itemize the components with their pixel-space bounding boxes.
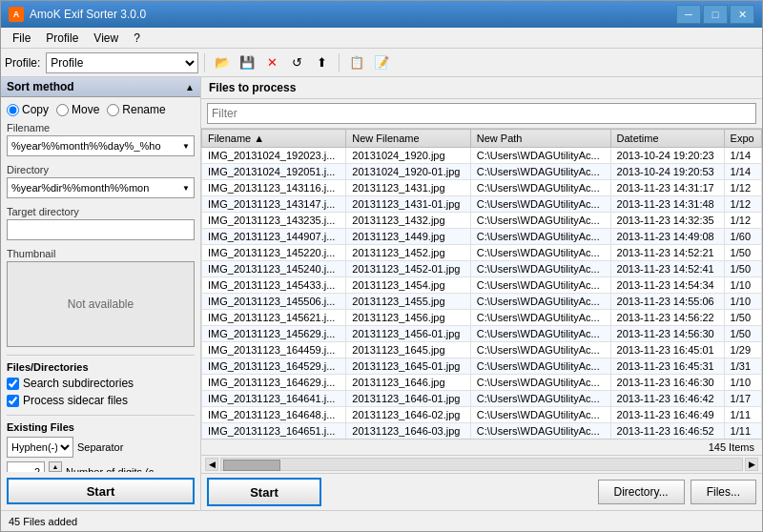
menu-view[interactable]: View xyxy=(86,30,126,47)
table-row[interactable]: IMG_20131123_164641.j...20131123_1646-01… xyxy=(202,391,762,407)
cell-expo: 1/17 xyxy=(724,391,761,407)
table-row[interactable]: IMG_20131123_145506.j...20131123_1455.jp… xyxy=(202,294,762,310)
cell-filename: IMG_20131123_164459.j... xyxy=(202,342,346,358)
toolbar-delete-btn[interactable]: ✕ xyxy=(260,51,283,74)
files-button[interactable]: Files... xyxy=(691,480,756,504)
cell-expo: 1/10 xyxy=(724,375,761,391)
scroll-left-btn[interactable]: ◀ xyxy=(205,458,218,471)
table-row[interactable]: IMG_20131123_145433.j...20131123_1454.jp… xyxy=(202,277,762,294)
cell-datetime: 2013-11-23 16:46:52 xyxy=(610,423,724,440)
files-to-process-header: Files to process xyxy=(201,77,762,99)
spin-up-btn[interactable]: ▲ xyxy=(49,461,62,472)
scroll-right-btn[interactable]: ▶ xyxy=(745,458,758,471)
cell-expo: 1/10 xyxy=(724,277,761,294)
title-bar: A AmoK Exif Sorter 3.0.0 ─ □ ✕ xyxy=(1,1,762,28)
table-row[interactable]: IMG_20131024_192023.j...20131024_1920.jp… xyxy=(202,148,762,164)
cell-filename: IMG_20131123_145629.j... xyxy=(202,326,346,342)
table-row[interactable]: IMG_20131123_145220.j...20131123_1452.jp… xyxy=(202,245,762,261)
table-row[interactable]: IMG_20131123_164529.j...20131123_1645-01… xyxy=(202,358,762,375)
toolbar: Profile: Profile 📂 💾 ✕ ↺ ⬆ 📋 📝 xyxy=(1,49,762,77)
table-row[interactable]: IMG_20131123_164648.j...20131123_1646-02… xyxy=(202,407,762,423)
table-row[interactable]: IMG_20131123_145240.j...20131123_1452-01… xyxy=(202,261,762,277)
cell-datetime: 2013-10-24 19:20:23 xyxy=(610,148,724,164)
target-dir-label: Target directory xyxy=(7,206,195,217)
files-table-wrapper[interactable]: Filename ▲ New Filename New Path Datetim… xyxy=(201,129,762,439)
profile-select[interactable]: Profile xyxy=(46,52,198,73)
table-row[interactable]: IMG_20131123_164651.j...20131123_1646-03… xyxy=(202,423,762,440)
menu-help[interactable]: ? xyxy=(126,30,148,47)
toolbar-edit-btn[interactable]: 📝 xyxy=(370,51,393,74)
maximize-button[interactable]: □ xyxy=(703,5,728,24)
cell-expo: 1/11 xyxy=(724,407,761,423)
table-row[interactable]: IMG_20131123_164459.j...20131123_1645.jp… xyxy=(202,342,762,358)
cell-new_filename: 20131123_1646-03.jpg xyxy=(346,423,470,440)
table-row[interactable]: IMG_20131123_145629.j...20131123_1456-01… xyxy=(202,326,762,342)
filename-label: Filename xyxy=(7,122,195,133)
digits-input[interactable] xyxy=(7,461,45,472)
cell-new_filename: 20131123_1452.jpg xyxy=(346,245,470,261)
window-title: AmoK Exif Sorter 3.0.0 xyxy=(30,8,146,21)
table-row[interactable]: IMG_20131123_145621.j...20131123_1456.jp… xyxy=(202,310,762,326)
main-window: A AmoK Exif Sorter 3.0.0 ─ □ ✕ File Prof… xyxy=(0,0,763,532)
sort-copy[interactable]: Copy xyxy=(7,103,49,116)
table-row[interactable]: IMG_20131123_144907.j...20131123_1449.jp… xyxy=(202,229,762,245)
table-row[interactable]: IMG_20131123_143235.j...20131123_1432.jp… xyxy=(202,213,762,229)
thumbnail-label: Thumbnail xyxy=(7,248,195,259)
minimize-button[interactable]: ─ xyxy=(676,5,701,24)
close-button[interactable]: ✕ xyxy=(730,5,754,24)
cell-new_filename: 20131024_1920-01.jpg xyxy=(346,164,470,180)
cell-filename: IMG_20131123_145506.j... xyxy=(202,294,346,310)
scroll-track[interactable] xyxy=(220,458,743,471)
target-dir-input[interactable]: C:\Users\WDAGUtilityAccount\Deskt xyxy=(7,219,195,240)
col-datetime[interactable]: Datetime xyxy=(610,130,724,148)
table-header-row: Filename ▲ New Filename New Path Datetim… xyxy=(202,130,762,148)
directory-button[interactable]: Directory... xyxy=(598,480,685,504)
table-row[interactable]: IMG_20131123_164629.j...20131123_1646.jp… xyxy=(202,375,762,391)
col-new-path[interactable]: New Path xyxy=(470,130,610,148)
cell-new_filename: 20131123_1646.jpg xyxy=(346,375,470,391)
col-filename[interactable]: Filename ▲ xyxy=(202,130,346,148)
toolbar-save-btn[interactable]: 💾 xyxy=(236,51,258,74)
menu-profile[interactable]: Profile xyxy=(38,30,86,47)
toolbar-open-btn[interactable]: 📂 xyxy=(211,51,234,74)
filter-input[interactable] xyxy=(207,103,756,124)
target-dir-group: Target directory C:\Users\WDAGUtilityAcc… xyxy=(7,206,195,240)
start-button-right[interactable]: Start xyxy=(207,478,321,506)
table-row[interactable]: IMG_20131123_143116.j...20131123_1431.jp… xyxy=(202,180,762,196)
existing-files-group: Existing Files Hyphen(-) Underscore(_) D… xyxy=(7,421,195,472)
filename-dropdown[interactable]: %year%%month%%day%_%ho ▼ xyxy=(7,135,195,156)
sort-rename[interactable]: Rename xyxy=(107,103,165,116)
process-sidecar-check[interactable]: Process sidecar files xyxy=(7,394,195,407)
cell-datetime: 2013-11-23 14:54:34 xyxy=(610,277,724,294)
cell-datetime: 2013-11-23 14:55:06 xyxy=(610,294,724,310)
toolbar-copy-btn[interactable]: 📋 xyxy=(345,51,368,74)
col-expo[interactable]: Expo xyxy=(724,130,761,148)
horizontal-scrollbar[interactable]: ◀ ▶ xyxy=(201,455,762,473)
toolbar-separator xyxy=(204,53,205,72)
scroll-thumb xyxy=(223,460,280,471)
cell-expo: 1/50 xyxy=(724,245,761,261)
search-subdirs-check[interactable]: Search subdirectories xyxy=(7,377,195,390)
thumbnail-text: Not available xyxy=(68,297,134,311)
table-row[interactable]: IMG_20131024_192051.j...20131024_1920-01… xyxy=(202,164,762,180)
cell-expo: 1/50 xyxy=(724,326,761,342)
toolbar-up-btn[interactable]: ⬆ xyxy=(310,51,333,74)
cell-new_filename: 20131123_1646-02.jpg xyxy=(346,407,470,423)
sort-move[interactable]: Move xyxy=(56,103,99,116)
cell-new_filename: 20131123_1646-01.jpg xyxy=(346,391,470,407)
cell-datetime: 2013-11-23 14:56:30 xyxy=(610,326,724,342)
directory-dropdown[interactable]: %year%dir%%month%%mon ▼ xyxy=(7,177,195,198)
collapse-arrow[interactable]: ▲ xyxy=(185,82,195,92)
cell-new_path: C:\Users\WDAGUtilityAc... xyxy=(470,391,610,407)
separator-select[interactable]: Hyphen(-) Underscore(_) Dot(.) xyxy=(7,437,73,458)
toolbar-refresh-btn[interactable]: ↺ xyxy=(285,51,308,74)
table-row[interactable]: IMG_20131123_143147.j...20131123_1431-01… xyxy=(202,196,762,213)
start-button-left[interactable]: Start xyxy=(7,478,195,504)
cell-new_path: C:\Users\WDAGUtilityAc... xyxy=(470,148,610,164)
cell-new_path: C:\Users\WDAGUtilityAc... xyxy=(470,180,610,196)
col-new-filename[interactable]: New Filename xyxy=(346,130,470,148)
divider1 xyxy=(7,355,195,356)
menu-file[interactable]: File xyxy=(5,30,38,47)
menu-bar: File Profile View ? xyxy=(1,28,762,49)
existing-files-row: Hyphen(-) Underscore(_) Dot(.) Separator xyxy=(7,437,195,458)
